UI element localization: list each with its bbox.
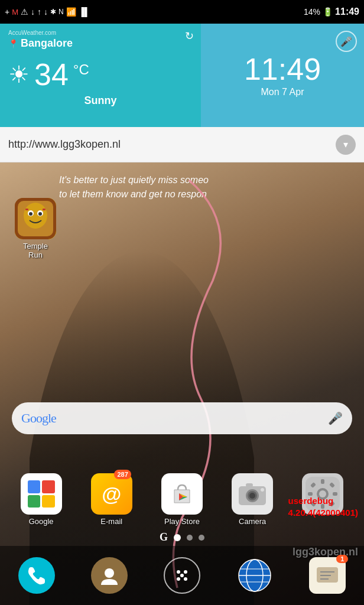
mcafee-icon: M [12,8,18,17]
battery-percent: 14% [304,7,320,17]
wifi-icon: 📶 [66,7,76,17]
svg-point-18 [249,493,255,499]
google-mic-icon[interactable]: 🎤 [328,411,343,425]
page-dot-active [174,534,181,541]
weather-location-text: Bangalore [21,37,73,50]
email-badge: 287 [114,470,131,479]
clock-panel: 11:49 Mon 7 Apr 🎤 [201,24,364,127]
temple-run-icon [15,198,56,239]
camera-app-label: Camera [223,517,282,526]
camera-app-icon [232,473,273,515]
url-dropdown-button[interactable]: ▾ [336,135,356,155]
contacts-svg [99,565,120,586]
clock-time: 11:49 [244,54,321,84]
svg-point-34 [184,570,187,574]
playstore-app-label: Play Store [152,517,212,526]
playstore-app[interactable]: Play Store [152,473,212,526]
weather-temperature: 34 [34,57,69,92]
bluetooth-icon: ✱ [50,8,56,16]
google-app[interactable]: Google [12,473,71,526]
phone-svg [26,565,47,586]
page-dot-3 [199,535,204,541]
google-e: e [51,411,56,425]
google-g: G [21,411,30,425]
page-indicator-g: G [160,531,168,544]
page-dot-2 [187,535,193,541]
google-app-label: Google [12,517,71,526]
url-text: http://www.lgg3kopen.nl [8,138,336,151]
upload-icon: ↑ [37,7,41,17]
temple-run-svg [15,198,56,239]
wallpaper: It's better to just quietly miss someo t… [0,162,364,605]
email-app-label: E-mail [82,517,141,526]
download-icon: ↓ [31,7,35,17]
apps-grid-icon [164,557,200,594]
svg-rect-19 [246,483,253,487]
browser-icon [236,557,273,594]
svg-point-5 [29,212,32,216]
svg-point-32 [105,568,114,578]
battery-icon: 🔋 [323,7,333,17]
browser-svg [238,558,272,593]
apps-svg [172,565,192,586]
svg-rect-24 [321,479,324,484]
quote-line2: to let them know and get no respon [59,187,364,201]
add-icon: + [5,7,9,17]
url-bar[interactable]: http://www.lgg3kopen.nl ▾ [0,127,364,162]
userdebug-text: userdebug 4.20.4(42000401) [288,495,358,518]
google-grid-icon [24,477,58,511]
email-app[interactable]: @ 287 E-mail [82,473,141,526]
status-time: 11:49 [335,6,359,17]
at-sign-icon: @ [102,483,121,506]
weather-source: AccuWeather.com [8,30,193,36]
playstore-svg [167,479,197,509]
dock-apps[interactable] [158,557,206,594]
email-app-icon: @ [91,473,132,515]
bottom-dock: 1 [0,546,364,605]
google-g2: g [42,411,48,425]
weather-condition: Sunny [8,95,193,107]
camera-app[interactable]: Camera [223,473,282,526]
clock-date: Mon 7 Apr [261,87,304,97]
refresh-icon[interactable]: ↻ [185,30,194,43]
camera-svg [235,477,269,511]
contacts-icon [91,557,128,594]
svg-point-20 [261,488,264,492]
messages-icon-container: 1 [309,557,346,594]
temple-run-app[interactable]: TempleRun [12,198,59,259]
svg-point-36 [184,577,187,581]
google-sq-red [42,480,55,493]
weather-unit: °C [73,61,89,78]
weather-location: 📍 Bangalore [8,37,193,50]
svg-rect-8 [43,209,46,210]
userdebug-line1: userdebug [288,496,334,506]
google-sq-blue [28,480,41,493]
dock-messages[interactable]: 1 [304,557,351,594]
status-bar: + M ⚠ ↓ ↑ ↓ ✱ N 📶 ▐▌ 14% 🔋 11:49 [0,0,364,24]
status-left-icons: + M ⚠ ↓ ↑ ↓ ✱ N 📶 ▐▌ [5,7,90,17]
svg-point-37 [180,574,184,577]
temple-run-label: TempleRun [12,242,59,259]
svg-point-2 [24,203,47,229]
email-icon-container: @ 287 [91,473,132,515]
page-indicators: G [0,531,364,544]
location-pin-icon: 📍 [8,39,18,48]
dock-browser[interactable] [231,557,278,594]
main-content: AccuWeather.com 📍 Bangalore ↻ ☀ 34 °C Su… [0,24,364,605]
sun-icon: ☀ [8,61,30,88]
svg-point-33 [177,570,180,574]
google-search-bar[interactable]: Google 🎤 [12,402,352,434]
dock-contacts[interactable] [86,557,133,594]
warning-icon: ⚠ [21,7,28,17]
microphone-icon[interactable]: 🎤 [336,31,357,52]
nfc-icon: N [58,8,64,16]
dock-phone[interactable] [13,557,60,594]
google-logo: Google [21,411,56,426]
google-sq-green [28,495,41,508]
messages-badge: 1 [336,555,348,563]
google-sq-yellow [42,495,55,508]
svg-point-6 [38,212,42,216]
svg-rect-7 [25,209,28,210]
signal-icon: ▐▌ [79,7,90,17]
phone-icon [18,557,55,594]
